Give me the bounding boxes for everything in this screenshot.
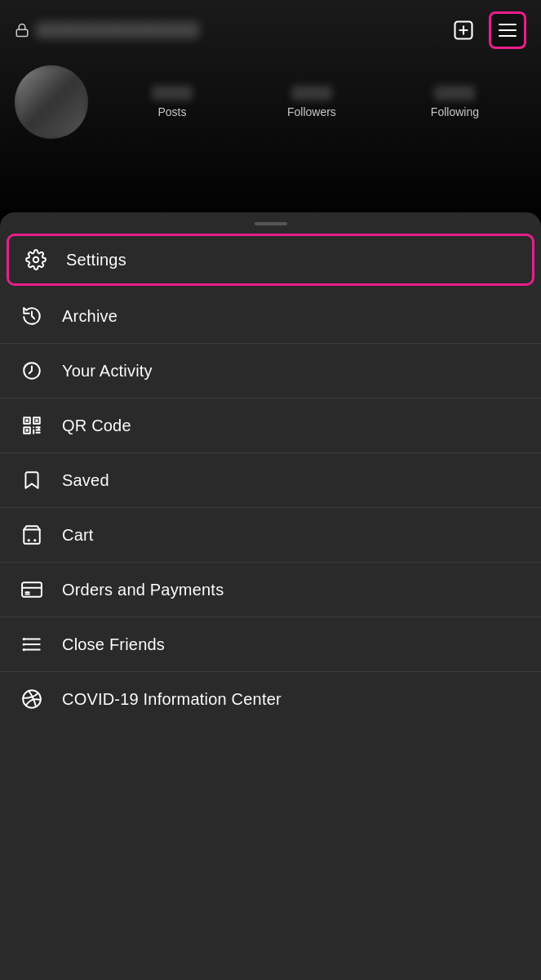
svg-rect-21 bbox=[22, 582, 42, 596]
qr-code-label: QR Code bbox=[62, 416, 131, 435]
activity-icon bbox=[20, 359, 44, 383]
menu-item-orders-payments[interactable]: Orders and Payments bbox=[0, 563, 541, 617]
svg-rect-11 bbox=[25, 429, 28, 431]
drag-handle bbox=[255, 222, 287, 225]
archive-label: Archive bbox=[62, 307, 118, 326]
followers-stat[interactable]: Followers bbox=[287, 86, 336, 118]
close-friends-icon bbox=[20, 632, 44, 657]
svg-point-30 bbox=[23, 648, 25, 651]
hamburger-icon bbox=[499, 24, 517, 37]
cart-label: Cart bbox=[62, 526, 94, 545]
orders-payments-label: Orders and Payments bbox=[62, 581, 224, 599]
svg-rect-10 bbox=[35, 419, 38, 421]
posts-count-blurred bbox=[152, 86, 193, 100]
menu-item-covid[interactable]: COVID-19 Information Center bbox=[0, 672, 541, 726]
menu-item-close-friends[interactable]: Close Friends bbox=[0, 617, 541, 672]
username-blurred bbox=[36, 22, 199, 38]
following-count-blurred bbox=[434, 86, 475, 100]
menu-item-your-activity[interactable]: Your Activity bbox=[0, 344, 541, 399]
saved-label: Saved bbox=[62, 471, 109, 490]
profile-header: Posts Followers Following bbox=[0, 0, 541, 229]
qr-icon bbox=[20, 413, 44, 438]
bottom-sheet-menu: Settings Archive Your Activity bbox=[0, 212, 541, 980]
cart-icon bbox=[20, 523, 44, 547]
settings-label: Settings bbox=[66, 251, 126, 270]
archive-icon bbox=[20, 304, 44, 328]
your-activity-label: Your Activity bbox=[62, 362, 153, 381]
close-friends-label: Close Friends bbox=[62, 635, 165, 654]
avatar bbox=[15, 65, 88, 139]
bookmark-icon bbox=[20, 468, 44, 492]
following-label: Following bbox=[431, 105, 479, 118]
followers-count-blurred bbox=[291, 86, 332, 100]
svg-point-29 bbox=[23, 643, 25, 645]
following-stat[interactable]: Following bbox=[431, 86, 479, 118]
svg-point-4 bbox=[33, 257, 39, 263]
plus-square-icon bbox=[452, 19, 475, 42]
gear-icon bbox=[24, 247, 48, 272]
top-bar bbox=[0, 0, 541, 57]
stats-row: Posts Followers Following bbox=[104, 86, 526, 118]
svg-point-19 bbox=[28, 539, 30, 541]
menu-item-cart[interactable]: Cart bbox=[0, 508, 541, 563]
lock-username-area bbox=[15, 22, 199, 38]
svg-rect-9 bbox=[25, 419, 28, 421]
menu-item-qr-code[interactable]: QR Code bbox=[0, 399, 541, 453]
followers-label: Followers bbox=[287, 105, 336, 118]
menu-item-settings[interactable]: Settings bbox=[7, 234, 534, 286]
card-icon bbox=[20, 577, 44, 602]
profile-info-row: Posts Followers Following bbox=[0, 57, 541, 139]
menu-item-saved[interactable]: Saved bbox=[0, 453, 541, 508]
menu-button[interactable] bbox=[489, 11, 526, 49]
covid-icon bbox=[20, 687, 44, 711]
svg-point-20 bbox=[33, 539, 36, 541]
lock-icon bbox=[15, 23, 29, 38]
posts-stat[interactable]: Posts bbox=[152, 86, 193, 118]
top-right-icons bbox=[448, 11, 526, 49]
posts-label: Posts bbox=[157, 105, 186, 118]
add-content-button[interactable] bbox=[448, 15, 479, 46]
svg-point-28 bbox=[23, 638, 25, 640]
menu-item-archive[interactable]: Archive bbox=[0, 289, 541, 344]
svg-rect-0 bbox=[16, 29, 28, 36]
covid-label: COVID-19 Information Center bbox=[62, 690, 282, 709]
